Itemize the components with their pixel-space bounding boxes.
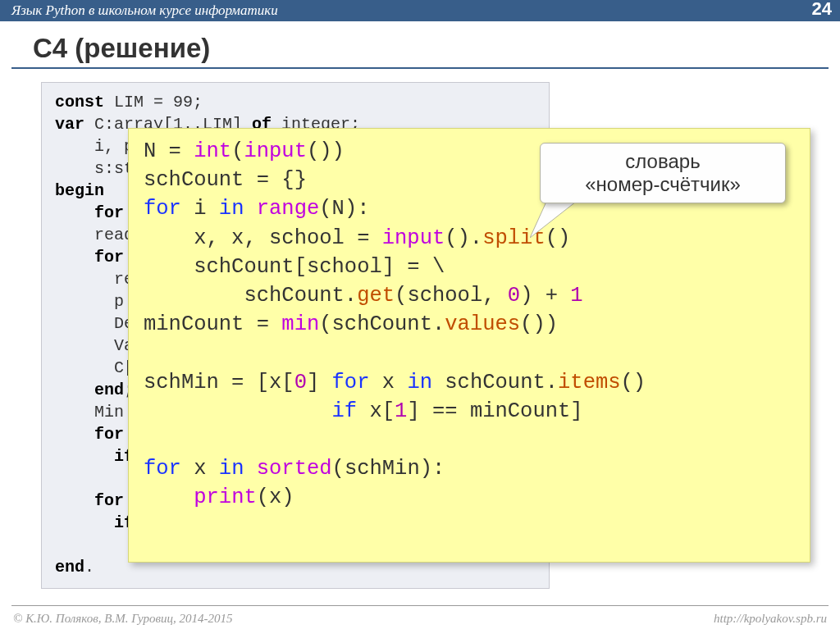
callout-label: словарь «номер-счётчик» (540, 143, 786, 203)
slide-canvas: const LIM = 99;var C:array[1..LIM] of in… (33, 79, 840, 595)
callout-line2: «номер-счётчик» (546, 173, 780, 196)
footer-url: http://kpolyakov.spb.ru (714, 612, 827, 626)
slide-title: C4 (решение) (33, 33, 840, 64)
title-divider (11, 67, 829, 69)
page-number: 24 (812, 0, 832, 20)
footer-copyright: © К.Ю. Поляков, В.М. Гуровиц, 2014-2015 (13, 612, 233, 626)
course-title: Язык Python в школьном курсе информатики (11, 2, 278, 19)
callout-line1: словарь (546, 150, 780, 173)
top-bar: Язык Python в школьном курсе информатики… (0, 0, 840, 21)
footer-divider (11, 605, 829, 606)
svg-marker-0 (530, 202, 576, 238)
footer: © К.Ю. Поляков, В.М. Гуровиц, 2014-2015 … (0, 612, 840, 626)
